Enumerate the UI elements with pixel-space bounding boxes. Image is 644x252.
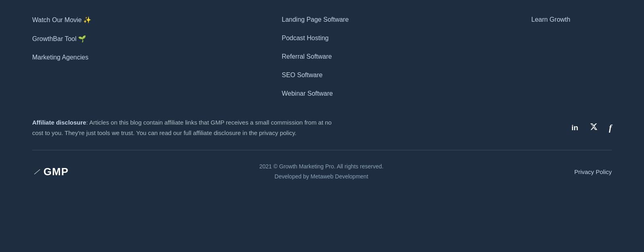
social-icons: in f bbox=[572, 123, 612, 133]
linkedin-link[interactable]: in bbox=[572, 123, 578, 132]
privacy-policy-link[interactable]: Privacy Policy bbox=[574, 168, 612, 175]
footer: Watch Our Movie ✨ GrowthBar Tool 🌱 Marke… bbox=[0, 0, 644, 193]
gmp-logo-text: GMP bbox=[43, 166, 68, 178]
footer-copyright: 2021 © Growth Marketing Pro. All rights … bbox=[259, 162, 383, 182]
webinar-software-link[interactable]: Webinar Software bbox=[282, 90, 423, 97]
footer-col-left: Watch Our Movie ✨ GrowthBar Tool 🌱 Marke… bbox=[32, 16, 173, 97]
developed-by-text: Developed by Metaweb Development bbox=[259, 172, 383, 182]
footer-nav: Watch Our Movie ✨ GrowthBar Tool 🌱 Marke… bbox=[0, 0, 644, 105]
footer-col-center: Landing Page Software Podcast Hosting Re… bbox=[282, 16, 423, 97]
growthbar-tool-link[interactable]: GrowthBar Tool 🌱 bbox=[32, 35, 173, 43]
watch-our-movie-link[interactable]: Watch Our Movie ✨ bbox=[32, 16, 173, 24]
affiliate-section: Affiliate disclosure: Articles on this b… bbox=[0, 105, 644, 150]
seo-software-link[interactable]: SEO Software bbox=[282, 72, 423, 79]
referral-software-link[interactable]: Referral Software bbox=[282, 53, 423, 60]
copyright-text: 2021 © Growth Marketing Pro. All rights … bbox=[259, 162, 383, 172]
gmp-slash-icon: ⟋ bbox=[31, 167, 43, 176]
footer-col-right: Learn Growth bbox=[531, 16, 612, 97]
footer-bottom: ⟋ GMP 2021 © Growth Marketing Pro. All r… bbox=[0, 150, 644, 193]
affiliate-bold: Affiliate disclosure bbox=[32, 119, 86, 126]
linkedin-icon: in bbox=[572, 123, 578, 132]
twitter-icon bbox=[590, 124, 598, 132]
affiliate-text: Affiliate disclosure: Articles on this b… bbox=[32, 117, 338, 138]
marketing-agencies-link[interactable]: Marketing Agencies bbox=[32, 54, 173, 61]
podcast-hosting-link[interactable]: Podcast Hosting bbox=[282, 35, 423, 42]
facebook-icon: f bbox=[609, 123, 612, 133]
gmp-logo: ⟋ GMP bbox=[32, 166, 68, 178]
learn-growth-link[interactable]: Learn Growth bbox=[531, 16, 612, 23]
facebook-link[interactable]: f bbox=[609, 123, 612, 133]
twitter-link[interactable] bbox=[590, 123, 598, 133]
landing-page-software-link[interactable]: Landing Page Software bbox=[282, 16, 423, 23]
